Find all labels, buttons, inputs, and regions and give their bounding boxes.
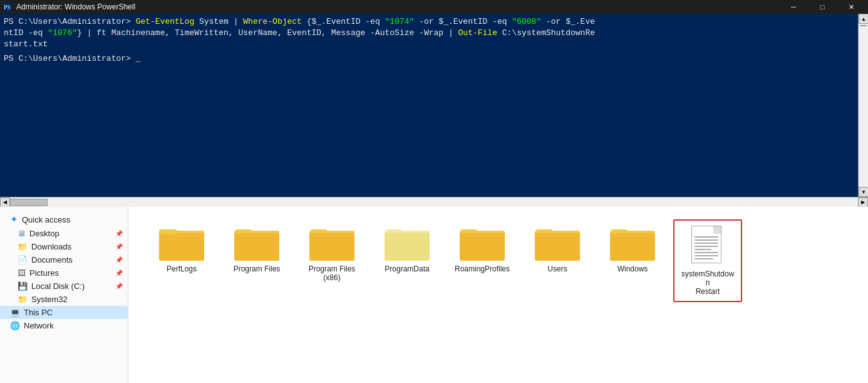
folder-label-perflogs: PerfLogs xyxy=(167,265,197,273)
sidebar: ✦ Quick access 🖥 Desktop 📌 📁 Downloads 📌… xyxy=(0,207,128,383)
sidebar-item-label: Network xyxy=(24,321,54,330)
sidebar-item-quick-access[interactable]: ✦ Quick access xyxy=(0,212,128,227)
downloads-folder-icon: 📁 xyxy=(18,242,28,251)
svg-rect-5 xyxy=(160,229,177,234)
sidebar-item-documents[interactable]: 📄 Documents 📌 xyxy=(0,253,128,266)
scroll-track-h xyxy=(10,197,858,207)
documents-folder-icon: 📄 xyxy=(18,255,28,265)
file-label-system-shutdown-restart: systemShutdownRestart xyxy=(679,270,736,296)
sidebar-item-label: System32 xyxy=(31,295,68,304)
folder-icon-programdata xyxy=(385,224,430,261)
svg-rect-17 xyxy=(460,233,505,261)
pin-icon: 📌 xyxy=(115,256,123,263)
folder-perflogs[interactable]: PerfLogs xyxy=(147,219,216,302)
terminal-line-1: PS C:\Users\Administrator> Get-EventLog … xyxy=(4,16,855,28)
sidebar-item-this-pc[interactable]: 💻 This PC xyxy=(0,306,128,319)
terminal-window[interactable]: PS C:\Users\Administrator> Get-EventLog … xyxy=(0,14,868,197)
sidebar-item-label: Desktop xyxy=(29,229,59,238)
sidebar-item-local-disk[interactable]: 💾 Local Disk (C:) 📌 xyxy=(0,280,128,293)
folder-windows[interactable]: Windows xyxy=(598,219,667,302)
powershell-icon: PS xyxy=(3,2,13,12)
scroll-up-arrow[interactable]: ▲ xyxy=(859,14,868,24)
pin-icon: 📌 xyxy=(115,230,123,237)
sidebar-item-label: Pictures xyxy=(29,268,59,278)
this-pc-icon: 💻 xyxy=(10,308,20,317)
folder-program-files-x86[interactable]: Program Files (x86) xyxy=(297,219,366,302)
vertical-scrollbar[interactable]: ▲ ▼ xyxy=(858,14,868,197)
svg-rect-4 xyxy=(159,233,204,261)
folder-icon-perflogs xyxy=(159,224,204,261)
folder-label-programdata: ProgramData xyxy=(385,265,429,273)
folder-programdata[interactable]: ProgramData xyxy=(373,219,442,302)
scroll-down-arrow[interactable]: ▼ xyxy=(859,187,868,197)
pictures-folder-icon: 🖼 xyxy=(18,268,26,278)
svg-text:PS: PS xyxy=(4,4,11,11)
title-bar: PS Administrator: Windows PowerShell ─ □… xyxy=(0,0,868,14)
pin-icon: 📌 xyxy=(115,283,123,290)
svg-rect-14 xyxy=(385,233,430,261)
sidebar-item-pictures[interactable]: 🖼 Pictures 📌 xyxy=(0,266,128,280)
folder-label-program-files: Program Files xyxy=(234,265,281,273)
terminal-line-2: ntID -eq "1076"} | ft Machinename, TimeW… xyxy=(4,28,855,39)
folder-icon-program-files xyxy=(234,224,279,261)
file-system-shutdown-restart[interactable]: systemShutdownRestart xyxy=(673,219,742,302)
svg-rect-8 xyxy=(234,233,279,261)
sidebar-item-network[interactable]: 🌐 Network xyxy=(0,319,128,332)
local-disk-icon: 💾 xyxy=(18,281,28,291)
terminal-line-3: start.txt xyxy=(4,39,855,50)
title-bar-left: PS Administrator: Windows PowerShell xyxy=(3,2,135,12)
title-bar-controls: ─ □ ✕ xyxy=(779,0,865,14)
folder-label-windows: Windows xyxy=(617,265,648,273)
sidebar-item-downloads[interactable]: 📁 Downloads 📌 xyxy=(0,240,128,253)
sidebar-item-desktop[interactable]: 🖥 Desktop 📌 xyxy=(0,227,128,240)
file-explorer: ✦ Quick access 🖥 Desktop 📌 📁 Downloads 📌… xyxy=(0,207,868,383)
desktop-folder-icon: 🖥 xyxy=(18,229,26,238)
folder-icon-roaming-profiles xyxy=(460,224,505,261)
sidebar-item-label: Quick access xyxy=(22,215,70,224)
pin-icon: 📌 xyxy=(115,270,123,276)
file-view: PerfLogs Program Files Program Files (x8… xyxy=(128,207,868,383)
system32-folder-icon: 📁 xyxy=(18,295,28,304)
svg-rect-20 xyxy=(535,233,580,261)
terminal-line-4: PS C:\Users\Administrator> _ xyxy=(4,53,855,65)
folder-label-program-files-x86: Program Files (x86) xyxy=(302,265,361,282)
folder-label-users: Users xyxy=(547,265,567,273)
folder-users[interactable]: Users xyxy=(523,219,592,302)
close-button[interactable]: ✕ xyxy=(837,0,865,14)
sidebar-item-system32[interactable]: 📁 System32 xyxy=(0,293,128,306)
minimize-button[interactable]: ─ xyxy=(779,0,808,14)
scroll-thumb-v[interactable] xyxy=(860,25,867,26)
svg-rect-23 xyxy=(610,233,655,261)
sidebar-item-label: Local Disk (C:) xyxy=(31,281,85,291)
svg-rect-11 xyxy=(309,233,354,261)
quick-access-icon: ✦ xyxy=(10,214,18,225)
pin-icon: 📌 xyxy=(115,243,123,250)
txt-file-icon xyxy=(691,226,724,266)
horizontal-scrollbar[interactable]: ◀ ▶ xyxy=(0,197,868,207)
sidebar-item-label: Documents xyxy=(31,255,73,265)
window-title: Administrator: Windows PowerShell xyxy=(16,3,135,11)
folder-icon-program-files-x86 xyxy=(309,224,354,261)
scroll-left-arrow[interactable]: ◀ xyxy=(0,197,10,207)
scroll-right-arrow[interactable]: ▶ xyxy=(858,197,868,207)
sidebar-item-label: This PC xyxy=(24,308,53,317)
maximize-button[interactable]: □ xyxy=(808,0,837,14)
folder-program-files[interactable]: Program Files xyxy=(222,219,291,302)
folder-icon-users xyxy=(535,224,580,261)
scroll-thumb-h[interactable] xyxy=(10,199,48,206)
folder-label-roaming-profiles: RoamingProfiles xyxy=(455,265,510,273)
folder-icon-windows xyxy=(610,224,655,261)
network-icon: 🌐 xyxy=(10,321,20,330)
folder-roaming-profiles[interactable]: RoamingProfiles xyxy=(448,219,517,302)
sidebar-item-label: Downloads xyxy=(31,242,71,251)
